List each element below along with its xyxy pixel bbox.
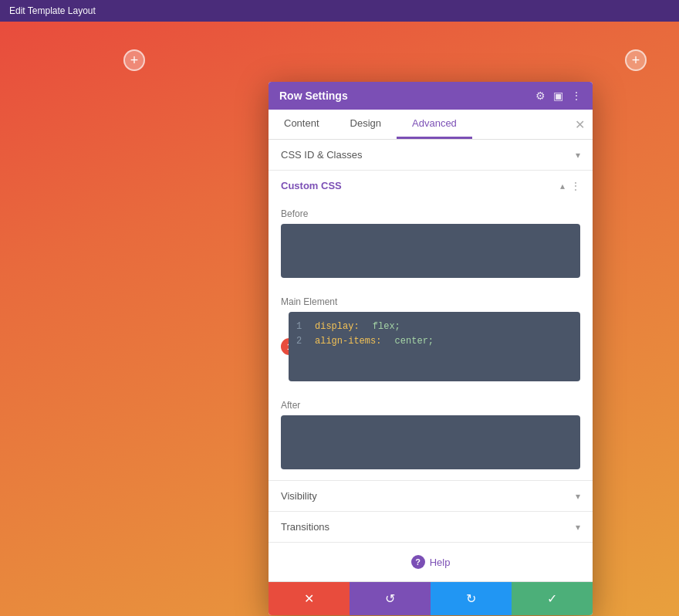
visibility-title: Visibility <box>281 490 317 502</box>
more-options-icon[interactable]: ⋮ <box>571 90 582 102</box>
custom-css-toggle[interactable]: ▴ ⋮ <box>560 181 580 191</box>
code-property-1: display: <box>315 320 360 334</box>
code-line-1: 1 display: flex; <box>296 320 573 334</box>
canvas: + + Row Settings ⚙ ▣ ⋮ Content Design Ad… <box>0 22 679 616</box>
help-icon: ? <box>411 555 425 569</box>
code-line-2: 2 align-items: center; <box>296 334 573 349</box>
save-button[interactable]: ✓ <box>512 582 593 615</box>
settings-icon[interactable]: ⚙ <box>535 90 546 102</box>
tab-design[interactable]: Design <box>335 110 397 139</box>
top-bar: Edit Template Layout <box>0 0 679 22</box>
modal-header-icons: ⚙ ▣ ⋮ <box>535 90 582 102</box>
css-id-classes-title: CSS ID & Classes <box>281 149 362 161</box>
transitions-toggle[interactable]: ▾ <box>576 522 580 533</box>
code-value-2: center; <box>389 334 434 349</box>
row-settings-modal: Row Settings ⚙ ▣ ⋮ Content Design Advanc… <box>269 82 593 615</box>
after-label: After <box>281 400 580 411</box>
help-label[interactable]: Help <box>430 557 451 568</box>
chevron-down-icon-2: ▾ <box>576 491 580 502</box>
main-element-editor[interactable]: 1 display: flex; 2 align-items: center; <box>289 312 580 381</box>
modal-header: Row Settings ⚙ ▣ ⋮ <box>269 82 593 110</box>
css-id-classes-section: CSS ID & Classes ▾ <box>269 140 593 171</box>
code-value-1: flex; <box>367 320 400 334</box>
close-modal-button[interactable]: ✕ <box>575 110 593 139</box>
chevron-down-icon: ▾ <box>576 150 580 161</box>
transitions-section: Transitions ▾ <box>269 512 593 543</box>
before-field-section: Before <box>269 201 593 289</box>
chevron-up-icon: ▴ <box>560 181 565 191</box>
custom-css-section: Custom CSS ▴ ⋮ Before Main Element 1 <box>269 171 593 481</box>
visibility-section: Visibility ▾ <box>269 481 593 512</box>
undo-button[interactable]: ↺ <box>350 582 431 615</box>
modal-tabs: Content Design Advanced ✕ <box>269 110 593 140</box>
top-bar-title: Edit Template Layout <box>9 5 96 16</box>
help-section: ? Help <box>269 543 593 581</box>
main-element-field-section: Main Element 1 1 display: flex; 2 alig <box>269 289 593 392</box>
css-id-classes-toggle[interactable]: ▾ <box>576 150 580 161</box>
before-editor[interactable] <box>281 224 580 278</box>
chevron-down-icon-3: ▾ <box>576 522 580 533</box>
redo-button[interactable]: ↻ <box>431 582 512 615</box>
visibility-toggle[interactable]: ▾ <box>576 491 580 502</box>
more-icon: ⋮ <box>571 181 580 191</box>
add-row-left-button[interactable]: + <box>123 49 145 71</box>
cancel-button[interactable]: ✕ <box>269 582 350 615</box>
after-editor[interactable] <box>281 415 580 469</box>
add-row-right-button[interactable]: + <box>625 49 647 71</box>
tab-content[interactable]: Content <box>269 110 335 139</box>
after-field-section: After <box>269 392 593 480</box>
custom-css-title: Custom CSS <box>281 180 342 191</box>
modal-footer: ✕ ↺ ↻ ✓ <box>269 581 593 615</box>
custom-css-header[interactable]: Custom CSS ▴ ⋮ <box>269 171 593 201</box>
modal-body: CSS ID & Classes ▾ Custom CSS ▴ ⋮ <box>269 140 593 581</box>
main-element-wrapper: 1 1 display: flex; 2 align-items: center… <box>289 312 580 381</box>
visibility-header[interactable]: Visibility ▾ <box>269 481 593 511</box>
before-label: Before <box>281 208 580 219</box>
transitions-header[interactable]: Transitions ▾ <box>269 512 593 542</box>
css-id-classes-header[interactable]: CSS ID & Classes ▾ <box>269 140 593 170</box>
columns-icon[interactable]: ▣ <box>553 90 563 102</box>
modal-title: Row Settings <box>279 90 348 102</box>
main-element-label: Main Element <box>281 296 580 307</box>
tab-advanced[interactable]: Advanced <box>397 110 472 139</box>
line-num-1: 1 <box>296 320 307 334</box>
line-num-2: 2 <box>296 334 307 349</box>
code-property-2: align-items: <box>315 334 381 349</box>
transitions-title: Transitions <box>281 521 329 533</box>
